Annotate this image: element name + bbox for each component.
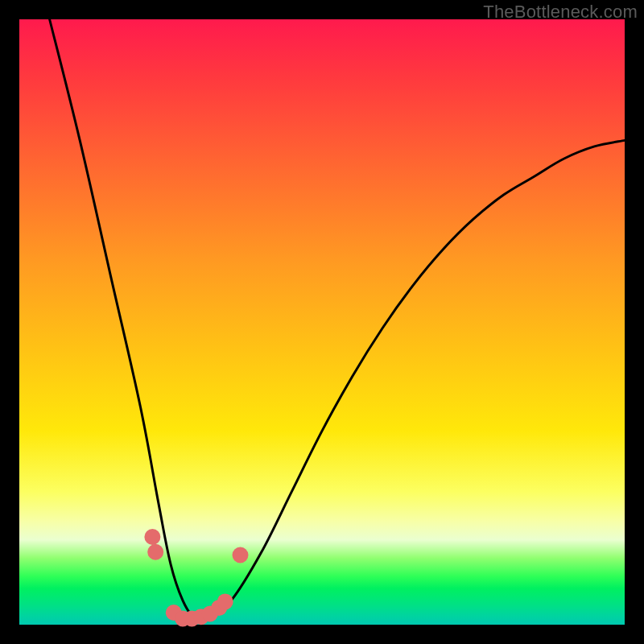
chart-frame bbox=[19, 19, 625, 625]
curve-marker bbox=[147, 544, 163, 560]
chart-svg bbox=[19, 19, 625, 625]
curve-markers bbox=[144, 529, 248, 627]
curve-marker bbox=[144, 529, 160, 545]
bottleneck-curve bbox=[50, 19, 625, 621]
curve-marker bbox=[217, 593, 233, 609]
curve-marker bbox=[233, 547, 249, 564]
